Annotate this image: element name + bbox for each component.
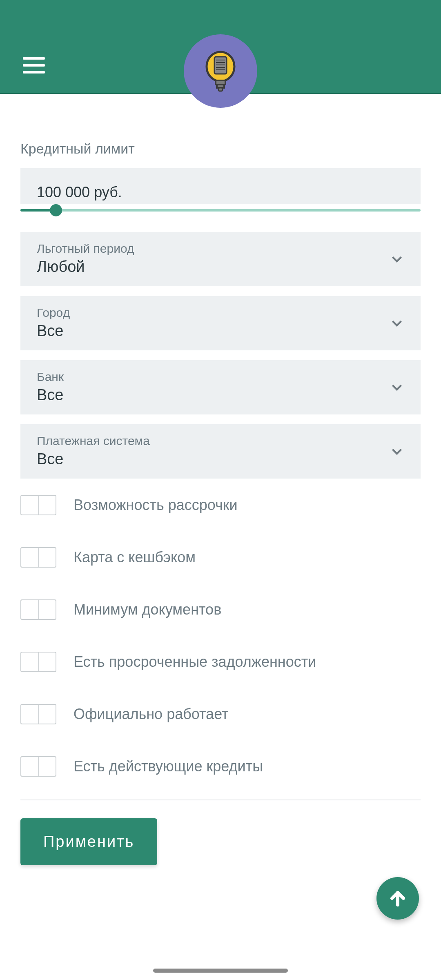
chevron-down-icon [390,316,404,330]
grace-period-value: Любой [37,258,134,276]
toggle-row-cashback: Карта с кешбэком [20,547,421,568]
bank-dropdown[interactable]: Банк Все [20,360,421,414]
payment-system-label: Платежная система [37,434,150,448]
installment-label: Возможность рассрочки [74,497,238,514]
chevron-down-icon [390,380,404,394]
credit-limit-slider[interactable] [20,204,421,216]
grace-period-dropdown[interactable]: Льготный период Любой [20,232,421,286]
payment-system-value: Все [37,450,150,468]
credit-limit-label: Кредитный лимит [20,141,421,157]
cashback-toggle[interactable] [20,547,56,568]
mindocs-label: Минимум документов [74,601,221,618]
credit-limit-box: 100 000 руб. [20,168,421,204]
credit-limit-value: 100 000 руб. [37,184,404,201]
app-logo [184,34,257,108]
svg-rect-9 [218,88,223,91]
city-label: Город [37,306,70,320]
toggle-row-existing: Есть действующие кредиты [20,756,421,777]
scroll-to-top-button[interactable] [376,877,419,920]
filter-form: Кредитный лимит 100 000 руб. Льготный пе… [0,94,441,865]
toggle-row-installment: Возможность рассрочки [20,495,421,515]
existing-credits-toggle[interactable] [20,756,56,777]
existing-credits-label: Есть действующие кредиты [74,758,263,775]
chevron-down-icon [390,444,404,459]
menu-icon[interactable] [23,57,45,74]
grace-period-label: Льготный период [37,242,134,256]
toggle-row-employed: Официально работает [20,704,421,724]
cashback-label: Карта с кешбэком [74,549,196,566]
bulb-icon [202,49,239,94]
toggle-row-mindocs: Минимум документов [20,599,421,620]
chevron-down-icon [390,252,404,266]
employed-toggle[interactable] [20,704,56,724]
employed-label: Официально работает [74,706,228,723]
home-indicator [153,969,288,973]
divider [20,800,421,800]
toggle-row-overdue: Есть просроченные задолженности [20,652,421,672]
city-value: Все [37,322,70,340]
apply-button[interactable]: Применить [20,818,157,865]
app-header [0,0,441,94]
payment-system-dropdown[interactable]: Платежная система Все [20,424,421,479]
toggle-group: Возможность рассрочки Карта с кешбэком М… [20,495,421,777]
bank-label: Банк [37,370,64,384]
bank-value: Все [37,386,64,404]
overdue-label: Есть просроченные задолженности [74,653,316,670]
mindocs-toggle[interactable] [20,599,56,620]
installment-toggle[interactable] [20,495,56,515]
overdue-toggle[interactable] [20,652,56,672]
arrow-up-icon [388,889,408,908]
slider-thumb[interactable] [50,204,62,216]
city-dropdown[interactable]: Город Все [20,296,421,350]
